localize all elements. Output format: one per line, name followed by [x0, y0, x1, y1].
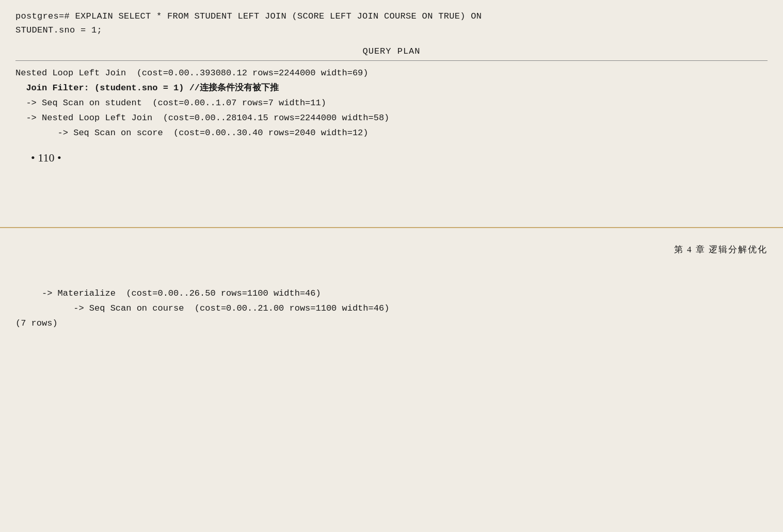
sql-line-2: STUDENT.sno = 1; [15, 23, 768, 37]
sql-command: postgres=# EXPLAIN SELECT * FROM STUDENT… [15, 9, 768, 37]
plan-line-1: Nested Loop Left Join (cost=0.00..393080… [15, 66, 768, 81]
page-container: postgres=# EXPLAIN SELECT * FROM STUDENT… [0, 0, 783, 532]
plan-divider [15, 60, 768, 61]
top-section: postgres=# EXPLAIN SELECT * FROM STUDENT… [0, 0, 783, 227]
query-plan-header: QUERY PLAN [15, 46, 768, 56]
plan-content: Nested Loop Left Join (cost=0.00..393080… [15, 66, 768, 140]
plan-line-2: Join Filter: (student.sno = 1) //连接条件没有被… [15, 81, 768, 96]
plan-line-4: -> Nested Loop Left Join (cost=0.00..281… [15, 111, 768, 126]
bottom-section: 第 4 章 逻辑分解优化 -> Materialize (cost=0.00..… [0, 228, 783, 532]
page-number: • 110 • [31, 151, 61, 164]
plan-line-5: -> Seq Scan on score (cost=0.00..30.40 r… [15, 126, 768, 141]
sql-line-1: postgres=# EXPLAIN SELECT * FROM STUDENT… [15, 9, 768, 23]
bottom-plan-line-3: (7 rows) [15, 316, 768, 331]
bottom-plan-content: -> Materialize (cost=0.00..26.50 rows=11… [15, 286, 768, 331]
chapter-header: 第 4 章 逻辑分解优化 [15, 244, 768, 255]
plan-line-3: -> Seq Scan on student (cost=0.00..1.07 … [15, 96, 768, 111]
bottom-plan-line-2: -> Seq Scan on course (cost=0.00..21.00 … [15, 301, 768, 316]
bottom-plan-line-1: -> Materialize (cost=0.00..26.50 rows=11… [15, 286, 768, 301]
scan-text: Scan [110, 303, 132, 313]
page-number-area: • 110 • [15, 141, 768, 170]
